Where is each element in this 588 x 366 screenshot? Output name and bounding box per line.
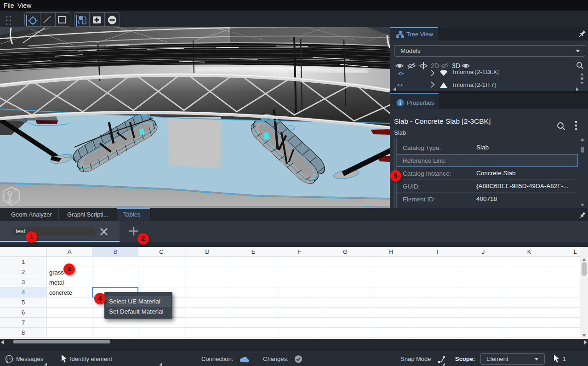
svg-text:3D: 3D bbox=[452, 62, 460, 69]
svg-text:js: js bbox=[13, 187, 18, 192]
svg-text:2D: 2D bbox=[431, 62, 439, 69]
